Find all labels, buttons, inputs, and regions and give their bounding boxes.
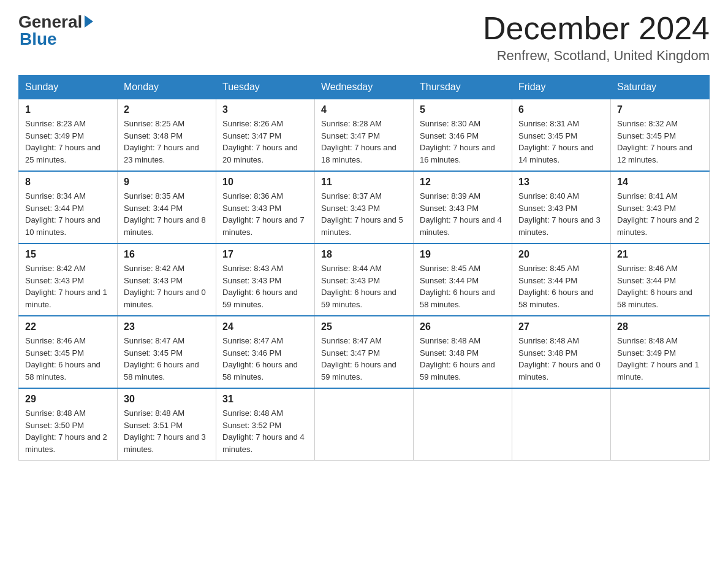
col-saturday: Saturday (611, 75, 710, 99)
table-row: 28 Sunrise: 8:48 AM Sunset: 3:49 PM Dayl… (611, 316, 710, 388)
table-row: 4 Sunrise: 8:28 AM Sunset: 3:47 PM Dayli… (315, 99, 414, 172)
day-info: Sunrise: 8:47 AM Sunset: 3:47 PM Dayligh… (321, 335, 407, 383)
table-row: 13 Sunrise: 8:40 AM Sunset: 3:43 PM Dayl… (512, 171, 611, 243)
day-info: Sunrise: 8:48 AM Sunset: 3:51 PM Dayligh… (124, 407, 210, 455)
day-number: 1 (25, 104, 111, 115)
title-block: December 2024 Renfrew, Scotland, United … (483, 12, 710, 64)
day-number: 4 (321, 104, 407, 115)
table-row (315, 388, 414, 461)
day-number: 15 (25, 249, 111, 260)
table-row: 15 Sunrise: 8:42 AM Sunset: 3:43 PM Dayl… (19, 243, 118, 316)
table-row: 22 Sunrise: 8:46 AM Sunset: 3:45 PM Dayl… (19, 316, 118, 388)
day-info: Sunrise: 8:44 AM Sunset: 3:43 PM Dayligh… (321, 262, 407, 310)
day-info: Sunrise: 8:30 AM Sunset: 3:46 PM Dayligh… (420, 118, 506, 166)
day-info: Sunrise: 8:46 AM Sunset: 3:45 PM Dayligh… (25, 335, 111, 383)
day-info: Sunrise: 8:48 AM Sunset: 3:48 PM Dayligh… (420, 335, 506, 383)
table-row: 24 Sunrise: 8:47 AM Sunset: 3:46 PM Dayl… (216, 316, 315, 388)
day-info: Sunrise: 8:42 AM Sunset: 3:43 PM Dayligh… (25, 262, 111, 310)
calendar-week-row: 29 Sunrise: 8:48 AM Sunset: 3:50 PM Dayl… (19, 388, 710, 461)
day-info: Sunrise: 8:39 AM Sunset: 3:43 PM Dayligh… (420, 190, 506, 238)
day-number: 19 (420, 249, 506, 260)
day-info: Sunrise: 8:37 AM Sunset: 3:43 PM Dayligh… (321, 190, 407, 238)
day-number: 26 (420, 321, 506, 332)
day-info: Sunrise: 8:26 AM Sunset: 3:47 PM Dayligh… (222, 118, 308, 166)
calendar-header-row: Sunday Monday Tuesday Wednesday Thursday… (19, 75, 710, 99)
col-tuesday: Tuesday (216, 75, 315, 99)
day-info: Sunrise: 8:47 AM Sunset: 3:45 PM Dayligh… (124, 335, 210, 383)
day-info: Sunrise: 8:25 AM Sunset: 3:48 PM Dayligh… (124, 118, 210, 166)
day-number: 22 (25, 321, 111, 332)
day-number: 29 (25, 394, 111, 405)
day-info: Sunrise: 8:48 AM Sunset: 3:50 PM Dayligh… (25, 407, 111, 455)
day-number: 3 (222, 104, 308, 115)
day-number: 10 (222, 177, 308, 188)
day-number: 5 (420, 104, 506, 115)
table-row: 6 Sunrise: 8:31 AM Sunset: 3:45 PM Dayli… (512, 99, 611, 172)
table-row: 27 Sunrise: 8:48 AM Sunset: 3:48 PM Dayl… (512, 316, 611, 388)
table-row: 7 Sunrise: 8:32 AM Sunset: 3:45 PM Dayli… (611, 99, 710, 172)
table-row: 2 Sunrise: 8:25 AM Sunset: 3:48 PM Dayli… (118, 99, 216, 172)
day-number: 2 (124, 104, 210, 115)
day-number: 30 (124, 394, 210, 405)
table-row (414, 388, 512, 461)
logo: General Blue (18, 12, 93, 49)
location: Renfrew, Scotland, United Kingdom (483, 48, 710, 64)
table-row (611, 388, 710, 461)
page-header: General Blue December 2024 Renfrew, Scot… (18, 12, 710, 64)
day-number: 12 (420, 177, 506, 188)
day-number: 6 (518, 104, 604, 115)
day-number: 14 (617, 177, 703, 188)
day-number: 11 (321, 177, 407, 188)
day-info: Sunrise: 8:34 AM Sunset: 3:44 PM Dayligh… (25, 190, 111, 238)
day-number: 21 (617, 249, 703, 260)
table-row: 18 Sunrise: 8:44 AM Sunset: 3:43 PM Dayl… (315, 243, 414, 316)
table-row: 21 Sunrise: 8:46 AM Sunset: 3:44 PM Dayl… (611, 243, 710, 316)
day-info: Sunrise: 8:41 AM Sunset: 3:43 PM Dayligh… (617, 190, 703, 238)
table-row: 25 Sunrise: 8:47 AM Sunset: 3:47 PM Dayl… (315, 316, 414, 388)
day-info: Sunrise: 8:45 AM Sunset: 3:44 PM Dayligh… (420, 262, 506, 310)
day-info: Sunrise: 8:31 AM Sunset: 3:45 PM Dayligh… (518, 118, 604, 166)
day-info: Sunrise: 8:48 AM Sunset: 3:48 PM Dayligh… (518, 335, 604, 383)
col-thursday: Thursday (414, 75, 512, 99)
calendar-week-row: 1 Sunrise: 8:23 AM Sunset: 3:49 PM Dayli… (19, 99, 710, 172)
table-row: 16 Sunrise: 8:42 AM Sunset: 3:43 PM Dayl… (118, 243, 216, 316)
day-number: 20 (518, 249, 604, 260)
table-row: 30 Sunrise: 8:48 AM Sunset: 3:51 PM Dayl… (118, 388, 216, 461)
day-number: 9 (124, 177, 210, 188)
table-row: 29 Sunrise: 8:48 AM Sunset: 3:50 PM Dayl… (19, 388, 118, 461)
day-info: Sunrise: 8:23 AM Sunset: 3:49 PM Dayligh… (25, 118, 111, 166)
day-info: Sunrise: 8:47 AM Sunset: 3:46 PM Dayligh… (222, 335, 308, 383)
day-number: 27 (518, 321, 604, 332)
day-info: Sunrise: 8:28 AM Sunset: 3:47 PM Dayligh… (321, 118, 407, 166)
day-info: Sunrise: 8:48 AM Sunset: 3:49 PM Dayligh… (617, 335, 703, 383)
day-info: Sunrise: 8:36 AM Sunset: 3:43 PM Dayligh… (222, 190, 308, 238)
day-info: Sunrise: 8:43 AM Sunset: 3:43 PM Dayligh… (222, 262, 308, 310)
day-info: Sunrise: 8:45 AM Sunset: 3:44 PM Dayligh… (518, 262, 604, 310)
day-number: 17 (222, 249, 308, 260)
table-row: 8 Sunrise: 8:34 AM Sunset: 3:44 PM Dayli… (19, 171, 118, 243)
month-title: December 2024 (483, 12, 710, 44)
col-wednesday: Wednesday (315, 75, 414, 99)
calendar-week-row: 8 Sunrise: 8:34 AM Sunset: 3:44 PM Dayli… (19, 171, 710, 243)
day-number: 31 (222, 394, 308, 405)
table-row (512, 388, 611, 461)
day-info: Sunrise: 8:40 AM Sunset: 3:43 PM Dayligh… (518, 190, 604, 238)
table-row: 11 Sunrise: 8:37 AM Sunset: 3:43 PM Dayl… (315, 171, 414, 243)
day-info: Sunrise: 8:32 AM Sunset: 3:45 PM Dayligh… (617, 118, 703, 166)
col-monday: Monday (118, 75, 216, 99)
day-info: Sunrise: 8:42 AM Sunset: 3:43 PM Dayligh… (124, 262, 210, 310)
table-row: 19 Sunrise: 8:45 AM Sunset: 3:44 PM Dayl… (414, 243, 512, 316)
day-number: 8 (25, 177, 111, 188)
day-number: 28 (617, 321, 703, 332)
logo-blue-text: Blue (18, 29, 57, 49)
day-info: Sunrise: 8:46 AM Sunset: 3:44 PM Dayligh… (617, 262, 703, 310)
table-row: 12 Sunrise: 8:39 AM Sunset: 3:43 PM Dayl… (414, 171, 512, 243)
calendar-table: Sunday Monday Tuesday Wednesday Thursday… (18, 75, 710, 461)
table-row: 10 Sunrise: 8:36 AM Sunset: 3:43 PM Dayl… (216, 171, 315, 243)
table-row: 14 Sunrise: 8:41 AM Sunset: 3:43 PM Dayl… (611, 171, 710, 243)
calendar-week-row: 15 Sunrise: 8:42 AM Sunset: 3:43 PM Dayl… (19, 243, 710, 316)
table-row: 3 Sunrise: 8:26 AM Sunset: 3:47 PM Dayli… (216, 99, 315, 172)
table-row: 9 Sunrise: 8:35 AM Sunset: 3:44 PM Dayli… (118, 171, 216, 243)
table-row: 5 Sunrise: 8:30 AM Sunset: 3:46 PM Dayli… (414, 99, 512, 172)
day-info: Sunrise: 8:35 AM Sunset: 3:44 PM Dayligh… (124, 190, 210, 238)
